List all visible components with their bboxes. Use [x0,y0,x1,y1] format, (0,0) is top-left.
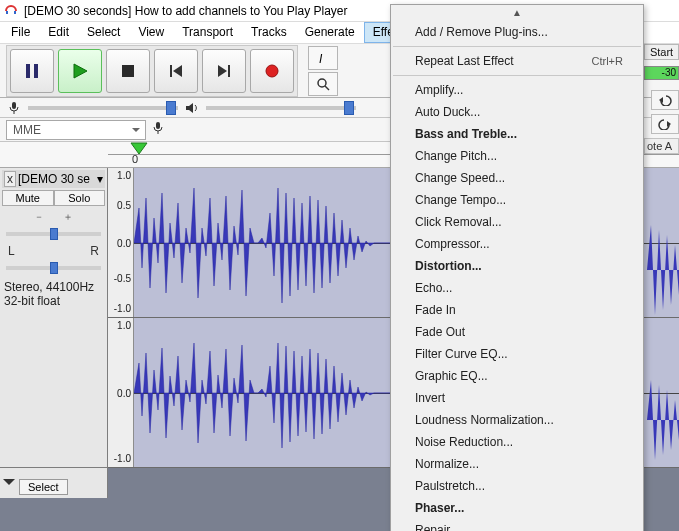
svg-rect-4 [170,65,172,77]
track-control-panel: x [DEMO 30 se ▾ Mute Solo － ＋ LR Stereo,… [0,168,108,468]
menu-file[interactable]: File [2,22,39,43]
svg-rect-19 [156,122,160,129]
svg-text:I: I [319,52,323,65]
menu-item-repair[interactable]: Repair [391,519,643,531]
play-button[interactable] [58,49,102,93]
selection-start-label: Start [644,44,679,60]
menu-item-normalize[interactable]: Normalize... [391,453,643,475]
menu-shortcut-label: Ctrl+R [592,55,623,67]
menu-view[interactable]: View [129,22,173,43]
menu-scroll-up-icon[interactable]: ▲ [391,7,643,21]
svg-rect-3 [122,65,134,77]
timeline-tick-label: 0 [132,153,138,165]
level-meter: -30 [644,66,679,80]
menu-select[interactable]: Select [78,22,129,43]
record-button[interactable] [250,49,294,93]
track-select-panel: Select [0,468,108,498]
menu-item-fade-in[interactable]: Fade In [391,299,643,321]
svg-marker-6 [218,65,227,77]
menu-separator [393,75,641,76]
svg-point-8 [266,65,278,77]
track-header[interactable]: x [DEMO 30 se ▾ [2,170,105,188]
menu-item-invert[interactable]: Invert [391,387,643,409]
mute-button[interactable]: Mute [2,190,54,206]
menu-item-noise-reduction[interactable]: Noise Reduction... [391,431,643,453]
partial-label: ote A [644,138,679,154]
svg-rect-0 [26,64,30,78]
track-close-button[interactable]: x [4,171,16,187]
menu-item-change-tempo[interactable]: Change Tempo... [391,189,643,211]
waveform-graphic [134,168,394,318]
menu-item-change-speed[interactable]: Change Speed... [391,167,643,189]
menu-item-compressor[interactable]: Compressor... [391,233,643,255]
svg-marker-5 [173,65,182,77]
pan-left-label: L [8,244,15,258]
menu-item-auto-duck[interactable]: Auto Duck... [391,101,643,123]
amplitude-ruler: 1.0 0.5 0.0 -0.5 -1.0 [108,168,134,317]
menu-item-filter-curve-eq[interactable]: Filter Curve EQ... [391,343,643,365]
app-logo-icon [4,4,18,18]
selection-tool-button[interactable]: I [308,46,338,70]
track-format-label: Stereo, 44100Hz 32-bit float [2,278,105,311]
menu-item-loudness-normalization[interactable]: Loudness Normalization... [391,409,643,431]
waveform-graphic [134,318,394,468]
menu-generate[interactable]: Generate [296,22,364,43]
track-collapse-icon[interactable] [3,479,15,491]
audio-host-combo[interactable]: MME [6,120,146,140]
track-name-label: [DEMO 30 se [18,172,95,186]
menu-transport[interactable]: Transport [173,22,242,43]
pan-slider[interactable] [6,266,101,270]
svg-rect-12 [12,102,16,109]
skip-end-button[interactable] [202,49,246,93]
undo-button[interactable] [651,90,679,110]
zoom-tool-button[interactable] [308,72,338,96]
menu-item-bass-and-treble[interactable]: Bass and Treble... [391,123,643,145]
window-title: [DEMO 30 seconds] How to add channels to… [24,4,348,18]
svg-line-11 [325,86,329,90]
speaker-icon [184,100,200,116]
menu-item-repeat-last-effect[interactable]: Repeat Last EffectCtrl+R [391,50,643,72]
svg-rect-1 [34,64,38,78]
edit-tool-buttons: I [308,46,338,96]
track-select-button[interactable]: Select [19,479,68,495]
stop-button[interactable] [106,49,150,93]
menu-tracks[interactable]: Tracks [242,22,296,43]
skip-start-button[interactable] [154,49,198,93]
effect-menu-popup: ▲ Add / Remove Plug-ins... Repeat Last E… [390,4,644,531]
menu-item-distortion[interactable]: Distortion... [391,255,643,277]
menu-item-graphic-eq[interactable]: Graphic EQ... [391,365,643,387]
redo-button[interactable] [651,114,679,134]
svg-marker-14 [186,103,193,113]
pause-button[interactable] [10,49,54,93]
right-edge-waveform [647,195,679,495]
audio-host-label: MME [13,123,41,137]
playback-volume-slider[interactable] [206,106,356,110]
menu-item-phaser[interactable]: Phaser... [391,497,643,519]
menu-separator [393,46,641,47]
menu-item-fade-out[interactable]: Fade Out [391,321,643,343]
menu-item-paulstretch[interactable]: Paulstretch... [391,475,643,497]
svg-point-10 [318,79,326,87]
transport-buttons [6,45,298,97]
microphone-icon [152,121,164,138]
menu-item-add-remove-plugins[interactable]: Add / Remove Plug-ins... [391,21,643,43]
recording-volume-slider[interactable] [28,106,178,110]
right-edge-controls: Start -30 ote A [644,44,679,154]
microphone-icon [6,100,22,116]
gain-slider[interactable] [6,232,101,236]
menu-item-change-pitch[interactable]: Change Pitch... [391,145,643,167]
pan-right-label: R [90,244,99,258]
menu-item-click-removal[interactable]: Click Removal... [391,211,643,233]
menu-item-amplify[interactable]: Amplify... [391,79,643,101]
svg-marker-2 [74,64,87,78]
svg-rect-7 [228,65,230,77]
solo-button[interactable]: Solo [54,190,106,206]
track-menu-dropdown[interactable]: ▾ [97,172,103,186]
menu-edit[interactable]: Edit [39,22,78,43]
amplitude-ruler: 1.0 0.0 -1.0 [108,318,134,467]
menu-item-echo[interactable]: Echo... [391,277,643,299]
